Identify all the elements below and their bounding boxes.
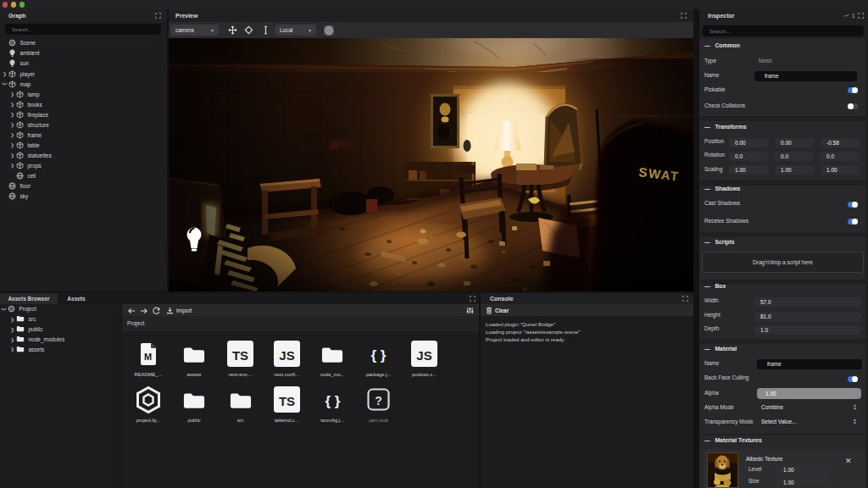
- svg-text:M: M: [144, 352, 152, 362]
- svg-text:TS: TS: [232, 348, 248, 363]
- svg-text:{ }: { }: [371, 347, 387, 363]
- svg-text:JS: JS: [279, 348, 294, 363]
- svg-text:?: ?: [375, 393, 382, 407]
- svg-text:TS: TS: [278, 394, 294, 408]
- svg-text:JS: JS: [416, 348, 431, 363]
- svg-text:{ }: { }: [325, 392, 340, 408]
